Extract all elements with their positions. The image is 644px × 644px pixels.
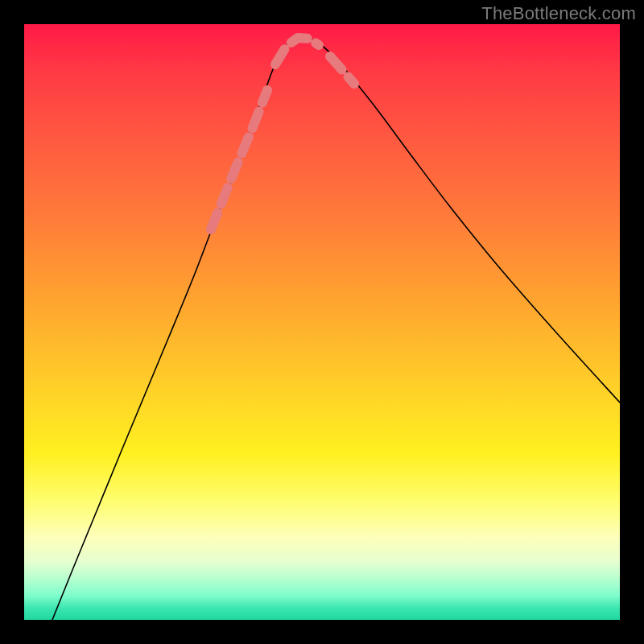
chart-plot-area — [24, 24, 620, 620]
bottleneck-curve — [52, 37, 620, 620]
curve-highlights — [211, 38, 354, 229]
chart-svg — [24, 24, 620, 620]
curve-highlight-segment — [275, 38, 319, 64]
curve-highlight-segment — [211, 90, 267, 229]
chart-stage: TheBottleneck.com — [0, 0, 644, 644]
curve-highlight-segment — [330, 56, 354, 84]
watermark-text: TheBottleneck.com — [481, 3, 636, 24]
